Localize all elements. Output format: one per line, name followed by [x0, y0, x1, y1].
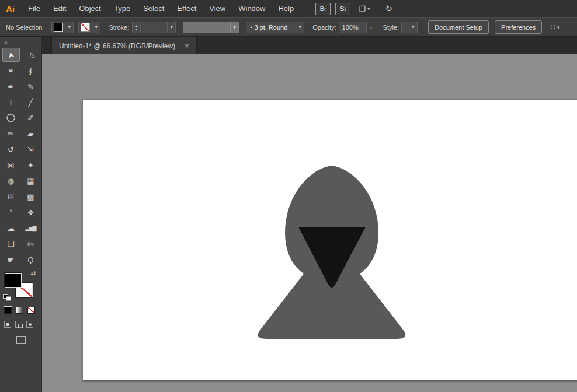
- shaper-tool[interactable]: ✏: [2, 127, 20, 141]
- none-button[interactable]: [27, 307, 35, 314]
- zoom-tool[interactable]: Ϙ: [22, 253, 40, 267]
- stroke-weight-stepper[interactable]: ▴ ▾: [132, 22, 141, 33]
- eyedropper-tool[interactable]: ❜: [2, 205, 20, 219]
- panel-options-dropdown[interactable]: ∷ ▾: [550, 23, 559, 32]
- brush-definition-dropdown[interactable]: ▾: [183, 22, 239, 33]
- canvas-area[interactable]: [42, 54, 577, 392]
- screen-mode-icon[interactable]: [13, 336, 26, 345]
- magic-wand-tool[interactable]: ✶: [2, 64, 20, 78]
- chevron-down-icon: ▾: [230, 22, 238, 33]
- menu-select[interactable]: Select: [137, 0, 171, 18]
- drawing-modes-row: [4, 321, 33, 328]
- menu-effect[interactable]: Effect: [171, 0, 203, 18]
- chevron-down-icon: ▾: [167, 22, 175, 33]
- menu-object[interactable]: Object: [72, 0, 107, 18]
- artboard-tool[interactable]: ❏: [2, 237, 20, 251]
- gradient-tool[interactable]: ▩: [22, 190, 40, 204]
- lasso-tool[interactable]: ∮: [22, 64, 40, 78]
- perspective-grid-icon: ▦: [27, 177, 34, 186]
- sync-status-icon[interactable]: ↻: [385, 4, 392, 14]
- tools-panel: « ➤ ▷ ✶ ∮ ✒ ✎ T ╱ ✐ ✏ ▰ ↺ ⇲ ⋈ ✦ ◍ ▦ ⊞ ▩ …: [0, 37, 42, 392]
- default-stroke-icon: [6, 296, 11, 301]
- selection-tool[interactable]: ➤: [2, 48, 20, 62]
- blend-tool[interactable]: ❖: [22, 205, 40, 219]
- draw-behind-icon[interactable]: [15, 321, 22, 328]
- hand-icon: ☛: [8, 256, 15, 264]
- paintbrush-icon: ✐: [27, 114, 34, 123]
- direct-selection-tool[interactable]: ▷: [22, 48, 40, 62]
- curvature-icon: ✎: [27, 82, 34, 91]
- graphic-style-dropdown[interactable]: ▾: [401, 22, 418, 33]
- mesh-tool[interactable]: ⊞: [2, 190, 20, 204]
- menu-type[interactable]: Type: [107, 0, 137, 18]
- hexagon-icon: [6, 114, 15, 122]
- column-graph-tool[interactable]: ▂▅▇: [22, 221, 40, 235]
- collapse-panel-icon[interactable]: «: [0, 37, 41, 46]
- artboard[interactable]: [82, 99, 577, 380]
- draw-inside-icon[interactable]: [26, 321, 33, 328]
- pen-tool[interactable]: ✒: [2, 79, 20, 93]
- shape-builder-tool[interactable]: ◍: [2, 174, 20, 188]
- polygon-tool[interactable]: [2, 111, 20, 125]
- selection-status: No Selection: [6, 24, 42, 31]
- chevron-down-icon[interactable]: ▾: [367, 6, 370, 12]
- variable-width-profile-dropdown[interactable]: • 3 pt. Round ▾: [246, 22, 304, 33]
- menu-bar: Ai File Edit Object Type Select Effect V…: [0, 0, 577, 18]
- perspective-grid-tool[interactable]: ▦: [22, 174, 40, 188]
- panel-options-icon: ∷: [550, 23, 555, 32]
- document-setup-button[interactable]: Document Setup: [428, 20, 489, 34]
- fill-swatch: [54, 23, 63, 32]
- preferences-button[interactable]: Preferences: [495, 20, 542, 34]
- document-tab[interactable]: Untitled-1* @ 66.67% (RGB/Preview) ×: [51, 37, 197, 54]
- menu-help[interactable]: Help: [272, 0, 300, 18]
- blend-icon: ❖: [27, 208, 34, 217]
- width-tool[interactable]: ⋈: [2, 158, 20, 172]
- scale-tool[interactable]: ⇲: [22, 142, 40, 156]
- symbol-sprayer-tool[interactable]: ☁: [2, 221, 20, 235]
- tool-grid: ➤ ▷ ✶ ∮ ✒ ✎ T ╱ ✐ ✏ ▰ ↺ ⇲ ⋈ ✦ ◍ ▦ ⊞ ▩ ❜ …: [0, 48, 41, 267]
- illustrator-logo: Ai: [6, 4, 15, 14]
- menu-file[interactable]: File: [22, 0, 47, 18]
- free-transform-tool[interactable]: ✦: [22, 158, 40, 172]
- menu-window[interactable]: Window: [232, 0, 272, 18]
- default-fill-stroke-icon[interactable]: [3, 294, 11, 301]
- slice-tool[interactable]: ✄: [22, 237, 40, 251]
- stroke-color-dropdown[interactable]: ▾: [78, 22, 100, 33]
- type-tool[interactable]: T: [2, 95, 20, 109]
- line-segment-tool[interactable]: ╱: [22, 95, 40, 109]
- paintbrush-tool[interactable]: ✐: [22, 111, 40, 125]
- stroke-weight-dropdown[interactable]: ▾: [142, 22, 176, 33]
- arrange-documents-icon[interactable]: ❐: [359, 5, 366, 13]
- pen-icon: ✒: [8, 82, 14, 91]
- chevron-right-icon[interactable]: ›: [367, 22, 375, 33]
- swap-fill-stroke-icon[interactable]: ⇄: [30, 270, 36, 277]
- eraser-tool[interactable]: ▰: [22, 127, 40, 141]
- symbol-sprayer-icon: ☁: [7, 224, 15, 233]
- type-icon: T: [9, 98, 13, 107]
- bridge-button[interactable]: Br: [315, 3, 331, 15]
- fill-color-dropdown[interactable]: ▾: [51, 22, 74, 33]
- rotate-tool[interactable]: ↺: [2, 142, 20, 156]
- color-button[interactable]: [4, 307, 12, 314]
- color-type-row: [4, 307, 35, 314]
- shaper-icon: ✏: [8, 130, 14, 138]
- gradient-button[interactable]: [16, 307, 23, 314]
- spinner-down-icon: ▾: [135, 27, 137, 31]
- close-tab-icon[interactable]: ×: [185, 41, 189, 50]
- menu-edit[interactable]: Edit: [47, 0, 72, 18]
- zoom-icon: Ϙ: [27, 256, 33, 264]
- curvature-tool[interactable]: ✎: [22, 79, 40, 93]
- menu-view[interactable]: View: [203, 0, 232, 18]
- hand-tool[interactable]: ☛: [2, 253, 20, 267]
- document-tab-title: Untitled-1* @ 66.67% (RGB/Preview): [59, 42, 175, 50]
- opacity-field[interactable]: 100%: [339, 22, 367, 33]
- style-label: Style:: [383, 24, 399, 31]
- stock-button[interactable]: St: [335, 3, 350, 15]
- chevron-down-icon: ▾: [92, 22, 100, 33]
- chevron-down-icon: ▾: [557, 24, 560, 30]
- free-transform-icon: ✦: [27, 161, 34, 170]
- draw-normal-icon[interactable]: [4, 321, 11, 328]
- opacity-value: 100%: [339, 24, 366, 31]
- fill-color-well[interactable]: [5, 273, 22, 288]
- hooded-figure-artwork[interactable]: [83, 100, 577, 380]
